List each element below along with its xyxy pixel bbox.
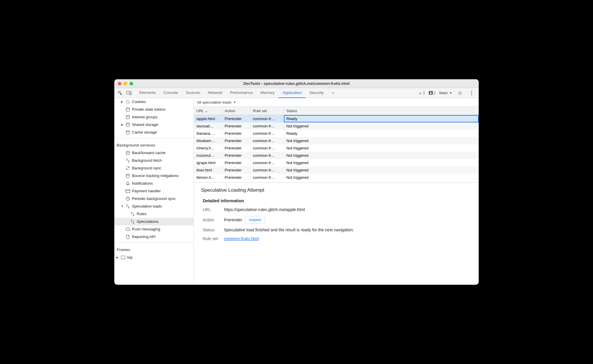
sidebar-item-background-sync[interactable]: ▶Background sync (114, 164, 194, 172)
panel-tab-console[interactable]: Console (160, 88, 182, 98)
table-row[interactable]: /kiwi.htmlPrerendercommon-fr…Not trigger… (194, 166, 479, 174)
details-title: Speculative Loading Attempt (201, 187, 472, 193)
card-icon (125, 189, 130, 193)
cell-ruleset: common-fr… (250, 144, 284, 152)
sidebar-item-interest-groups[interactable]: ▶Interest groups (114, 113, 194, 121)
panel-tab-network[interactable]: Network (204, 88, 226, 98)
inspect-element-icon[interactable] (116, 89, 124, 97)
cell-status: Not triggered (284, 137, 479, 144)
panel-tab-performance[interactable]: Performance (226, 88, 257, 98)
sidebar-item-periodic-background-sync[interactable]: ▶Periodic background sync (114, 195, 194, 203)
sidebar-item-label: Speculative loads (132, 203, 162, 209)
table-row[interactable]: /coconut…Prerendercommon-fr…Not triggere… (194, 152, 479, 159)
sidebar-item-cache-storage[interactable]: ▶Cache storage (114, 129, 194, 136)
application-sidebar[interactable]: ▶Cookies▶Private state tokens▶Interest g… (114, 98, 194, 285)
svg-point-2 (459, 92, 460, 93)
disclosure-triangle-icon[interactable]: ▼ (121, 203, 124, 209)
sidebar-item-speculations[interactable]: ▶Speculations (114, 218, 194, 225)
sidebar-item-private-state-tokens[interactable]: ▶Private state tokens (114, 106, 194, 113)
close-icon[interactable] (118, 82, 121, 85)
clock-icon (125, 196, 130, 201)
cell-url: /banana.… (194, 130, 222, 137)
warnings-badge[interactable]: ▲ 2 (418, 91, 425, 95)
panel-tabs: ElementsConsoleSourcesNetworkPerformance… (135, 88, 328, 98)
label-url: URL (203, 207, 220, 212)
device-toolbar-icon[interactable] (125, 89, 133, 97)
cell-ruleset: common-fr… (250, 130, 284, 137)
chevron-down-icon: ▼ (233, 101, 236, 104)
sidebar-item-cookies[interactable]: ▶Cookies (114, 98, 194, 106)
arrows-icon (130, 212, 135, 216)
frame-top[interactable]: ▶ top (114, 254, 194, 261)
devtools-toolbar: ElementsConsoleSourcesNetworkPerformance… (114, 88, 479, 98)
column-header-action[interactable]: Action (222, 107, 250, 115)
arrows-icon (130, 219, 135, 224)
cell-url: /grape.html (194, 159, 222, 166)
issues-badge[interactable]: ▮ 2 (429, 91, 436, 95)
sidebar-item-back-forward-cache[interactable]: ▶Back/forward cache (114, 149, 194, 157)
panel-tab-application[interactable]: Application (279, 88, 306, 98)
cell-url: /lemon.h… (194, 174, 222, 181)
window-title: DevTools - speculative-rules.glitch.me/c… (114, 81, 479, 86)
devtools-window: DevTools - speculative-rules.glitch.me/c… (114, 79, 479, 285)
table-row[interactable]: /lemon.h…Prerendercommon-fr…Not triggere… (194, 174, 479, 181)
cell-ruleset: common-fr… (250, 122, 284, 130)
more-menu-icon[interactable] (468, 89, 476, 97)
inspect-button[interactable]: Inspect (245, 216, 265, 223)
cell-action: Prerender (222, 144, 250, 152)
sidebar-item-label: Shared storage (132, 122, 158, 128)
speculations-table-scroll[interactable]: URL▲ Action Rule set Status /apple.htmlP… (194, 107, 479, 183)
more-tabs-button[interactable]: » (328, 88, 338, 98)
column-header-status[interactable]: Status (284, 107, 479, 115)
column-header-url[interactable]: URL▲ (194, 107, 222, 115)
label-ruleset: Rule set (203, 236, 220, 241)
minimize-icon[interactable] (124, 82, 127, 85)
svg-rect-0 (127, 91, 130, 94)
sidebar-item-reporting-api[interactable]: ▶Reporting API (114, 233, 194, 241)
table-row[interactable]: /grape.htmlPrerendercommon-fr…Not trigge… (194, 159, 479, 166)
sidebar-item-label: Bounce tracking mitigations (132, 173, 179, 179)
table-row[interactable]: /banana.…Prerendercommon-fr…Ready (194, 130, 479, 137)
sidebar-item-speculative-loads[interactable]: ▼Speculative loads (114, 203, 194, 210)
db-icon (125, 173, 130, 178)
sidebar-item-label: Rules (137, 211, 146, 217)
cell-ruleset: common-fr… (250, 137, 284, 144)
sidebar-item-bounce-tracking-mitigations[interactable]: ▶Bounce tracking mitigations (114, 172, 194, 180)
arrows-icon (125, 158, 130, 163)
disclosure-triangle-icon[interactable]: ▶ (121, 99, 124, 105)
zoom-icon[interactable] (130, 82, 133, 85)
disclosure-triangle-icon[interactable]: ▶ (121, 122, 124, 128)
db-icon (125, 115, 130, 119)
cloud-icon (125, 227, 130, 232)
bell-icon (125, 181, 130, 186)
settings-icon[interactable] (456, 89, 464, 97)
doc-icon (125, 235, 130, 239)
label-action: Action (203, 218, 220, 222)
table-row[interactable]: /cherry.h…Prerendercommon-fr…Not trigger… (194, 144, 479, 152)
sidebar-item-rules[interactable]: ▶Rules (114, 210, 194, 218)
svg-point-12 (126, 131, 130, 132)
sidebar-item-notifications[interactable]: ▶Notifications (114, 180, 194, 187)
sidebar-item-payment-handler[interactable]: ▶Payment handler (114, 187, 194, 195)
sidebar-item-shared-storage[interactable]: ▶Shared storage (114, 121, 194, 129)
table-row[interactable]: /apple.htmlPrerendercommon-fr…Ready (194, 115, 479, 123)
column-header-ruleset[interactable]: Rule set (250, 107, 284, 115)
panel-tab-sources[interactable]: Sources (182, 88, 204, 98)
panel-tab-elements[interactable]: Elements (135, 88, 160, 98)
ruleset-link[interactable]: common-fruits.html (224, 236, 259, 241)
table-row[interactable]: /blueberr…Prerendercommon-fr…Not trigger… (194, 137, 479, 144)
speculations-filter[interactable]: All speculative loads ▼ (194, 98, 479, 107)
panel-tab-memory[interactable]: Memory (257, 88, 279, 98)
cookie-icon (125, 100, 130, 104)
details-subtitle: Detailed information (201, 198, 472, 203)
context-selector[interactable]: Main ▼ (439, 91, 452, 95)
cell-action: Prerender (222, 115, 250, 123)
panel-tab-security[interactable]: Security (306, 88, 328, 98)
sidebar-item-label: Reporting API (132, 234, 155, 240)
sidebar-item-label: Background fetch (132, 158, 162, 164)
sidebar-item-push-messaging[interactable]: ▶Push messaging (114, 225, 194, 233)
speculations-pane: All speculative loads ▼ URL▲ Action Rule… (194, 98, 479, 285)
sidebar-item-background-fetch[interactable]: ▶Background fetch (114, 157, 194, 164)
table-row[interactable]: /avocad…Prerendercommon-fr…Not triggered (194, 122, 479, 130)
sidebar-item-label: Private state tokens (132, 107, 165, 112)
